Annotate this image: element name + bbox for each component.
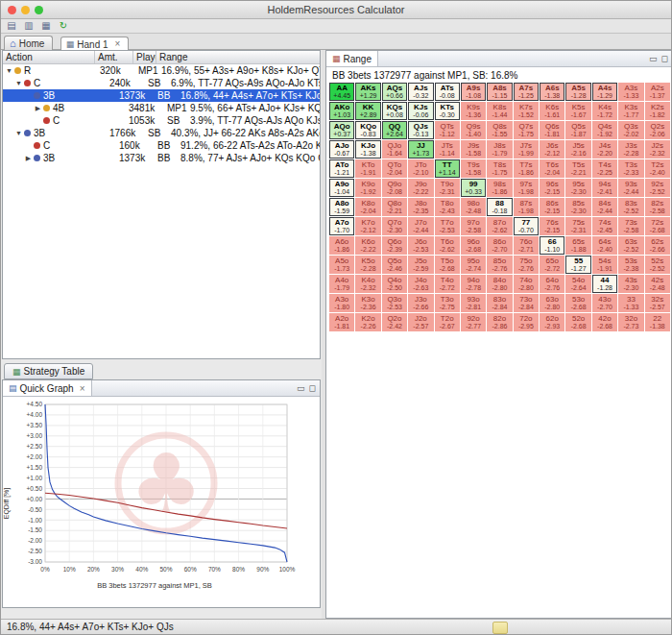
range-cell-65o[interactable]: 65o-2.72 xyxy=(540,256,564,274)
range-cell-T2s[interactable]: T2s-2.40 xyxy=(645,159,670,178)
range-cell-J3s[interactable]: J3s-2.28 xyxy=(618,140,643,159)
range-cell-A3s[interactable]: A3s-1.33 xyxy=(618,83,643,101)
range-cell-AKs[interactable]: AKs+1.29 xyxy=(355,83,380,101)
range-cell-T4o[interactable]: T4o-2.72 xyxy=(435,275,460,293)
tree-row-c-sb[interactable]: ▼C240kSB6.9%, TT-77 AQs-A9s AQo-AJo KTs+… xyxy=(3,77,320,89)
range-cell-J2s[interactable]: J2s-2.32 xyxy=(645,140,670,159)
range-cell-Q3s[interactable]: Q3s-2.02 xyxy=(618,121,643,139)
minimize-panel-icon[interactable]: ▭ xyxy=(297,383,305,393)
range-cell-J5o[interactable]: J5o-2.59 xyxy=(408,256,433,274)
range-cell-93o[interactable]: 93o-2.81 xyxy=(461,294,486,312)
range-cell-85o[interactable]: 85o-2.76 xyxy=(487,256,512,274)
calculate-icon[interactable]: ↻ xyxy=(57,20,70,32)
range-cell-J6o[interactable]: J6o-2.53 xyxy=(408,236,433,255)
range-cell-Q2s[interactable]: Q2s-2.06 xyxy=(645,121,670,139)
range-cell-75s[interactable]: 75s-2.31 xyxy=(565,217,590,235)
range-cell-A2s[interactable]: A2s-1.37 xyxy=(645,83,670,101)
range-cell-KK[interactable]: KK+2.89 xyxy=(355,102,380,120)
range-cell-K8s[interactable]: K8s-1.44 xyxy=(487,102,512,120)
expand-toggle-icon[interactable]: ▼ xyxy=(14,77,23,89)
tab-quick-graph[interactable]: ▤ Quick Graph × xyxy=(3,380,92,396)
range-cell-44[interactable]: 44-1.28 xyxy=(592,275,617,293)
range-cell-95s[interactable]: 95s-2.30 xyxy=(565,179,590,197)
save-icon[interactable]: ▦ xyxy=(39,20,53,32)
maximize-range-icon[interactable]: ◻ xyxy=(661,54,668,63)
range-cell-62o[interactable]: 62o-2.93 xyxy=(540,313,564,331)
range-cell-T7s[interactable]: T7s-1.86 xyxy=(514,159,539,178)
range-cell-T7o[interactable]: T7o-2.53 xyxy=(435,217,460,235)
range-cell-Q6o[interactable]: Q6o-2.39 xyxy=(382,236,407,255)
close-tab-icon[interactable]: × xyxy=(115,39,121,49)
range-cell-K5s[interactable]: K5s-1.67 xyxy=(565,102,590,120)
expand-toggle-icon[interactable]: ▶ xyxy=(24,152,33,164)
expand-toggle-icon[interactable]: ▼ xyxy=(14,127,23,139)
range-cell-A7o[interactable]: A7o-1.70 xyxy=(329,217,354,235)
expand-toggle-icon[interactable]: ▶ xyxy=(34,102,42,114)
range-cell-54s[interactable]: 54s-1.91 xyxy=(592,256,617,274)
range-cell-K3s[interactable]: K3s-1.77 xyxy=(618,102,643,120)
range-cell-ATs[interactable]: ATs-0.08 xyxy=(435,83,460,101)
range-cell-72o[interactable]: 72o-2.95 xyxy=(514,313,539,331)
range-cell-96s[interactable]: 96s-2.15 xyxy=(540,179,564,197)
range-cell-87o[interactable]: 87o-2.62 xyxy=(487,217,512,235)
range-cell-82s[interactable]: 82s-2.58 xyxy=(645,198,670,216)
range-cell-98s[interactable]: 98s-1.86 xyxy=(487,179,512,197)
column-header-player[interactable]: Player xyxy=(133,51,156,63)
range-cell-T3s[interactable]: T3s-2.33 xyxy=(618,159,643,178)
range-cell-Q5s[interactable]: Q5s-1.87 xyxy=(565,121,590,139)
range-cell-T3o[interactable]: T3o-2.75 xyxy=(435,294,460,312)
range-cell-KTo[interactable]: KTo-1.91 xyxy=(355,159,380,178)
range-cell-A4s[interactable]: A4s-1.29 xyxy=(592,83,617,101)
range-cell-AQs[interactable]: AQs+0.66 xyxy=(382,83,407,101)
range-cell-JJ[interactable]: JJ+1.73 xyxy=(408,140,433,159)
range-cell-42s[interactable]: 42s-2.48 xyxy=(645,275,670,293)
range-cell-KJs[interactable]: KJs-0.06 xyxy=(408,102,433,120)
range-cell-K2s[interactable]: K2s-1.82 xyxy=(645,102,670,120)
range-cell-J5s[interactable]: J5s-2.16 xyxy=(565,140,590,159)
range-cell-J4o[interactable]: J4o-2.63 xyxy=(408,275,433,293)
range-cell-Q9s[interactable]: Q9s-1.40 xyxy=(461,121,486,139)
range-cell-A4o[interactable]: A4o-1.79 xyxy=(329,275,354,293)
range-cell-QTs[interactable]: QTs-1.12 xyxy=(435,121,460,139)
range-cell-63o[interactable]: 63o-2.80 xyxy=(540,294,564,312)
range-cell-97o[interactable]: 97o-2.58 xyxy=(461,217,486,235)
range-cell-QQ[interactable]: QQ+2.64 xyxy=(382,121,407,139)
range-cell-32s[interactable]: 32s-2.57 xyxy=(645,294,670,312)
range-cell-K4o[interactable]: K4o-2.32 xyxy=(355,275,380,293)
tree-row-r-mp1[interactable]: ▼R320kMP116.9%, 55+ A3s+ A9o+ K8s+ KJo+ … xyxy=(3,64,320,77)
export-icon[interactable]: ▥ xyxy=(22,20,36,32)
range-cell-T5s[interactable]: T5s-2.21 xyxy=(565,159,590,178)
range-cell-88[interactable]: 88-0.18 xyxy=(487,198,512,216)
range-cell-K9o[interactable]: K9o-1.92 xyxy=(355,179,380,197)
range-cell-43o[interactable]: 43o-2.70 xyxy=(592,294,617,312)
range-cell-K2o[interactable]: K2o-2.26 xyxy=(355,313,380,331)
range-cell-T6o[interactable]: T6o-2.62 xyxy=(435,236,460,255)
range-cell-J6s[interactable]: J6s-2.12 xyxy=(540,140,564,159)
range-cell-KJo[interactable]: KJo-1.38 xyxy=(355,140,380,159)
range-cell-J9s[interactable]: J9s-1.58 xyxy=(461,140,486,159)
range-cell-85s[interactable]: 85s-2.30 xyxy=(565,198,590,216)
new-hand-icon[interactable]: ▤ xyxy=(5,20,18,32)
range-cell-T6s[interactable]: T6s-2.04 xyxy=(540,159,564,178)
tab-home[interactable]: ⌂ Home xyxy=(4,36,53,51)
range-cell-83o[interactable]: 83o-2.84 xyxy=(487,294,512,312)
range-cell-T9s[interactable]: T9s-1.58 xyxy=(461,159,486,178)
range-cell-Q8o[interactable]: Q8o-2.21 xyxy=(382,198,407,216)
range-cell-A5o[interactable]: A5o-1.73 xyxy=(329,256,354,274)
range-cell-32o[interactable]: 32o-2.73 xyxy=(618,313,643,331)
range-cell-A8s[interactable]: A8s-1.15 xyxy=(487,83,512,101)
range-cell-J9o[interactable]: J9o-2.22 xyxy=(408,179,433,197)
range-cell-65s[interactable]: 65s-1.88 xyxy=(565,236,590,255)
range-cell-84o[interactable]: 84o-2.80 xyxy=(487,275,512,293)
range-cell-AKo[interactable]: AKo+1.03 xyxy=(329,102,354,120)
range-cell-J7o[interactable]: J7o-2.44 xyxy=(408,217,433,235)
range-cell-73s[interactable]: 73s-2.58 xyxy=(618,217,643,235)
range-cell-66[interactable]: 66-1.10 xyxy=(540,236,564,255)
range-cell-97s[interactable]: 97s-1.98 xyxy=(514,179,539,197)
status-indicator-icon[interactable] xyxy=(492,622,508,634)
range-cell-Q8s[interactable]: Q8s-1.55 xyxy=(487,121,512,139)
range-cell-74s[interactable]: 74s-2.45 xyxy=(592,217,617,235)
range-cell-A2o[interactable]: A2o-1.81 xyxy=(329,313,354,331)
range-cell-J2o[interactable]: J2o-2.57 xyxy=(408,313,433,331)
tree-row-4b-mp1[interactable]: ▶4B3481kMP19.5%, 66+ ATs+ AJo+ KJs+ KQo xyxy=(3,102,320,114)
